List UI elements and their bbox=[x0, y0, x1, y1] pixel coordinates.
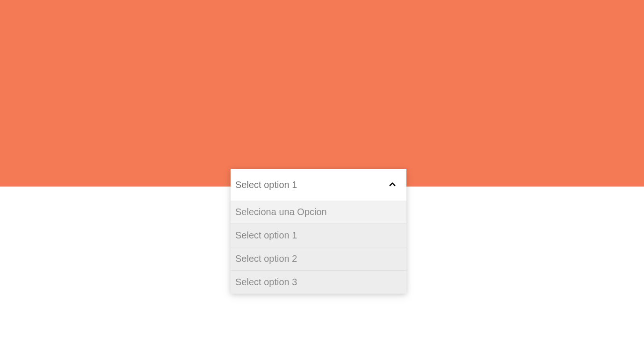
select-option-2[interactable]: Select option 2 bbox=[231, 247, 406, 271]
chevron-up-icon bbox=[387, 179, 398, 190]
hero-banner bbox=[0, 0, 644, 187]
select-option-3[interactable]: Select option 3 bbox=[231, 271, 406, 294]
select-header[interactable]: Select option 1 bbox=[231, 169, 406, 201]
select-selected-label: Select option 1 bbox=[235, 180, 297, 190]
select-option-1[interactable]: Select option 1 bbox=[231, 224, 406, 247]
select-options-list: Seleciona una Opcion Select option 1 Sel… bbox=[231, 201, 406, 294]
select-dropdown: Select option 1 Seleciona una Opcion Sel… bbox=[231, 169, 406, 294]
select-option-placeholder[interactable]: Seleciona una Opcion bbox=[231, 201, 406, 224]
